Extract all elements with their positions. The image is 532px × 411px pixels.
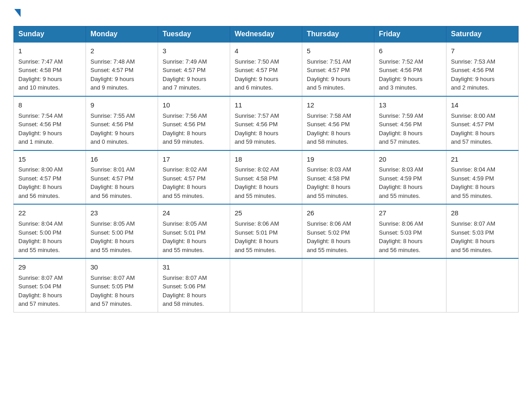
day-info: Sunrise: 8:06 AMSunset: 5:03 PMDaylight:… xyxy=(379,219,442,254)
day-number: 12 xyxy=(307,100,369,110)
calendar-cell: 11Sunrise: 7:57 AMSunset: 4:56 PMDayligh… xyxy=(230,96,302,150)
day-number: 15 xyxy=(18,154,81,164)
day-info: Sunrise: 7:59 AMSunset: 4:56 PMDaylight:… xyxy=(379,111,442,146)
day-number: 19 xyxy=(307,154,369,164)
day-info: Sunrise: 7:52 AMSunset: 4:56 PMDaylight:… xyxy=(379,57,442,92)
day-number: 9 xyxy=(90,100,153,110)
calendar-cell: 23Sunrise: 8:05 AMSunset: 5:00 PMDayligh… xyxy=(86,204,158,258)
day-number: 18 xyxy=(235,154,297,164)
column-header-sunday: Sunday xyxy=(14,26,86,43)
day-info: Sunrise: 8:03 AMSunset: 4:58 PMDaylight:… xyxy=(307,165,369,200)
day-number: 26 xyxy=(307,208,369,218)
calendar-cell: 2Sunrise: 7:48 AMSunset: 4:57 PMDaylight… xyxy=(86,42,158,96)
calendar-cell: 8Sunrise: 7:54 AMSunset: 4:56 PMDaylight… xyxy=(14,96,86,150)
logo xyxy=(13,9,21,17)
column-header-friday: Friday xyxy=(374,26,446,43)
day-number: 25 xyxy=(235,208,297,218)
day-info: Sunrise: 7:53 AMSunset: 4:56 PMDaylight:… xyxy=(451,57,514,92)
calendar-cell: 21Sunrise: 8:04 AMSunset: 4:59 PMDayligh… xyxy=(446,150,519,205)
calendar-cell: 24Sunrise: 8:05 AMSunset: 5:01 PMDayligh… xyxy=(158,204,230,258)
day-info: Sunrise: 8:07 AMSunset: 5:03 PMDaylight:… xyxy=(451,219,514,254)
calendar-week-row: 15Sunrise: 8:00 AMSunset: 4:57 PMDayligh… xyxy=(14,150,519,205)
day-info: Sunrise: 8:03 AMSunset: 4:59 PMDaylight:… xyxy=(379,165,442,200)
column-header-thursday: Thursday xyxy=(302,26,374,43)
day-info: Sunrise: 7:58 AMSunset: 4:56 PMDaylight:… xyxy=(307,111,369,146)
day-info: Sunrise: 8:02 AMSunset: 4:58 PMDaylight:… xyxy=(235,165,297,200)
page-header xyxy=(13,9,519,17)
day-number: 20 xyxy=(379,154,442,164)
day-number: 6 xyxy=(379,46,442,56)
day-number: 14 xyxy=(451,100,514,110)
day-info: Sunrise: 8:06 AMSunset: 5:02 PMDaylight:… xyxy=(307,219,369,254)
calendar-cell: 19Sunrise: 8:03 AMSunset: 4:58 PMDayligh… xyxy=(302,150,374,205)
calendar-cell: 26Sunrise: 8:06 AMSunset: 5:02 PMDayligh… xyxy=(302,204,374,258)
day-info: Sunrise: 7:47 AMSunset: 4:58 PMDaylight:… xyxy=(18,57,81,92)
day-number: 8 xyxy=(18,100,81,110)
calendar-cell: 28Sunrise: 8:07 AMSunset: 5:03 PMDayligh… xyxy=(446,204,519,258)
day-info: Sunrise: 8:05 AMSunset: 5:00 PMDaylight:… xyxy=(90,219,153,254)
day-info: Sunrise: 8:00 AMSunset: 4:57 PMDaylight:… xyxy=(451,111,514,146)
calendar-cell: 12Sunrise: 7:58 AMSunset: 4:56 PMDayligh… xyxy=(302,96,374,150)
day-info: Sunrise: 8:02 AMSunset: 4:57 PMDaylight:… xyxy=(163,165,225,200)
day-info: Sunrise: 7:49 AMSunset: 4:57 PMDaylight:… xyxy=(163,57,225,92)
calendar-cell: 9Sunrise: 7:55 AMSunset: 4:56 PMDaylight… xyxy=(86,96,158,150)
day-number: 11 xyxy=(235,100,297,110)
day-number: 21 xyxy=(451,154,514,164)
calendar-cell: 7Sunrise: 7:53 AMSunset: 4:56 PMDaylight… xyxy=(446,42,519,96)
day-number: 5 xyxy=(307,46,369,56)
day-number: 28 xyxy=(451,208,514,218)
calendar-week-row: 1Sunrise: 7:47 AMSunset: 4:58 PMDaylight… xyxy=(14,42,519,96)
calendar-cell: 17Sunrise: 8:02 AMSunset: 4:57 PMDayligh… xyxy=(158,150,230,205)
calendar-header-row: SundayMondayTuesdayWednesdayThursdayFrid… xyxy=(14,26,519,43)
day-info: Sunrise: 8:07 AMSunset: 5:06 PMDaylight:… xyxy=(163,274,225,308)
calendar-cell: 4Sunrise: 7:50 AMSunset: 4:57 PMDaylight… xyxy=(230,42,302,96)
calendar-cell: 14Sunrise: 8:00 AMSunset: 4:57 PMDayligh… xyxy=(446,96,519,150)
day-number: 29 xyxy=(18,262,81,272)
calendar-cell xyxy=(302,258,374,312)
day-info: Sunrise: 8:07 AMSunset: 5:05 PMDaylight:… xyxy=(90,274,153,308)
calendar-cell xyxy=(230,258,302,312)
day-info: Sunrise: 8:06 AMSunset: 5:01 PMDaylight:… xyxy=(235,219,297,254)
day-number: 3 xyxy=(163,46,225,56)
day-number: 13 xyxy=(379,100,442,110)
day-info: Sunrise: 8:01 AMSunset: 4:57 PMDaylight:… xyxy=(90,165,153,200)
column-header-wednesday: Wednesday xyxy=(230,26,302,43)
day-number: 16 xyxy=(90,154,153,164)
day-info: Sunrise: 8:04 AMSunset: 4:59 PMDaylight:… xyxy=(451,165,514,200)
day-number: 1 xyxy=(18,46,81,56)
day-number: 4 xyxy=(235,46,297,56)
logo-arrow-icon xyxy=(14,9,21,17)
day-number: 22 xyxy=(18,208,81,218)
calendar-cell: 3Sunrise: 7:49 AMSunset: 4:57 PMDaylight… xyxy=(158,42,230,96)
calendar-cell: 27Sunrise: 8:06 AMSunset: 5:03 PMDayligh… xyxy=(374,204,446,258)
calendar-cell: 15Sunrise: 8:00 AMSunset: 4:57 PMDayligh… xyxy=(14,150,86,205)
calendar-cell: 30Sunrise: 8:07 AMSunset: 5:05 PMDayligh… xyxy=(86,258,158,312)
calendar-week-row: 22Sunrise: 8:04 AMSunset: 5:00 PMDayligh… xyxy=(14,204,519,258)
calendar-cell: 1Sunrise: 7:47 AMSunset: 4:58 PMDaylight… xyxy=(14,42,86,96)
day-info: Sunrise: 7:50 AMSunset: 4:57 PMDaylight:… xyxy=(235,57,297,92)
day-number: 7 xyxy=(451,46,514,56)
day-number: 17 xyxy=(163,154,225,164)
calendar-cell xyxy=(374,258,446,312)
calendar-cell: 25Sunrise: 8:06 AMSunset: 5:01 PMDayligh… xyxy=(230,204,302,258)
calendar-cell: 16Sunrise: 8:01 AMSunset: 4:57 PMDayligh… xyxy=(86,150,158,205)
calendar-cell: 29Sunrise: 8:07 AMSunset: 5:04 PMDayligh… xyxy=(14,258,86,312)
calendar-cell: 10Sunrise: 7:56 AMSunset: 4:56 PMDayligh… xyxy=(158,96,230,150)
day-number: 31 xyxy=(163,262,225,272)
calendar-cell: 13Sunrise: 7:59 AMSunset: 4:56 PMDayligh… xyxy=(374,96,446,150)
day-number: 24 xyxy=(163,208,225,218)
calendar-cell: 5Sunrise: 7:51 AMSunset: 4:57 PMDaylight… xyxy=(302,42,374,96)
day-info: Sunrise: 7:56 AMSunset: 4:56 PMDaylight:… xyxy=(163,111,225,146)
day-info: Sunrise: 7:55 AMSunset: 4:56 PMDaylight:… xyxy=(90,111,153,146)
column-header-saturday: Saturday xyxy=(446,26,519,43)
calendar-table: SundayMondayTuesdayWednesdayThursdayFrid… xyxy=(13,26,519,313)
day-number: 27 xyxy=(379,208,442,218)
day-number: 30 xyxy=(90,262,153,272)
day-number: 2 xyxy=(90,46,153,56)
day-info: Sunrise: 7:48 AMSunset: 4:57 PMDaylight:… xyxy=(90,57,153,92)
day-info: Sunrise: 8:05 AMSunset: 5:01 PMDaylight:… xyxy=(163,219,225,254)
day-number: 23 xyxy=(90,208,153,218)
calendar-cell: 6Sunrise: 7:52 AMSunset: 4:56 PMDaylight… xyxy=(374,42,446,96)
column-header-tuesday: Tuesday xyxy=(158,26,230,43)
calendar-cell: 31Sunrise: 8:07 AMSunset: 5:06 PMDayligh… xyxy=(158,258,230,312)
